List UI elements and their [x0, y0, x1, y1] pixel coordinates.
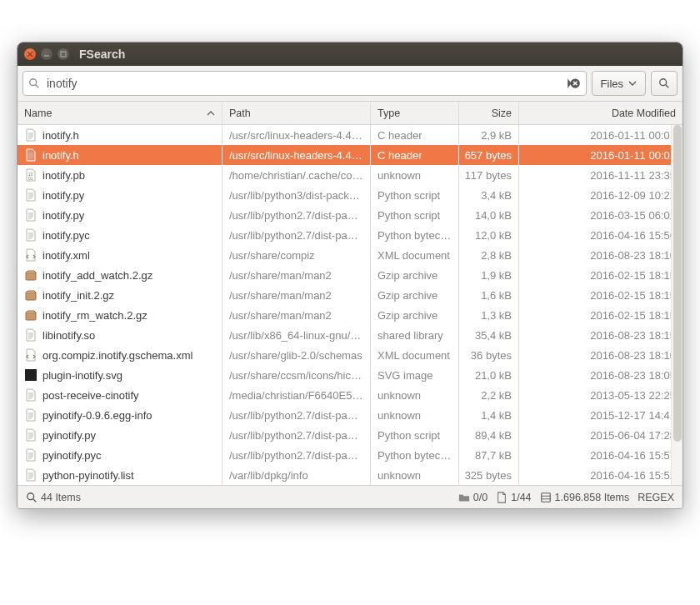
- table-row[interactable]: libinotify.so/usr/lib/x86_64-linux-gnu/c…: [18, 325, 682, 345]
- file-name: inotify.pb: [42, 169, 85, 182]
- table-row[interactable]: inotify_rm_watch.2.gz/usr/share/man/man2…: [18, 305, 682, 325]
- svg-rect-8: [541, 492, 550, 502]
- file-selection-count: 1/44: [496, 492, 531, 503]
- table-row[interactable]: pyinotify.py/usr/lib/python2.7/dist-pack…: [18, 425, 682, 445]
- column-header-path[interactable]: Path: [222, 102, 371, 124]
- search-box[interactable]: [22, 71, 587, 96]
- file-name: python-pyinotify.list: [42, 469, 134, 482]
- file-name: post-receive-cinotify: [42, 389, 139, 402]
- column-header-size[interactable]: Size: [459, 102, 519, 124]
- file-size: 3,4 kB: [481, 189, 512, 202]
- file-name: inotify_init.2.gz: [42, 289, 114, 302]
- file-type-icon: [24, 408, 38, 422]
- maximize-button[interactable]: [58, 48, 69, 60]
- file-name: plugin-inotify.svg: [42, 369, 122, 382]
- file-name: inotify.xml: [42, 249, 90, 262]
- column-header-type[interactable]: Type: [371, 102, 459, 124]
- file-type: Python script: [378, 429, 440, 442]
- file-size: 12,0 kB: [475, 229, 512, 242]
- file-date: 2016-02-15 18:15: [590, 289, 676, 302]
- search-mode-indicator[interactable]: REGEX: [638, 492, 674, 503]
- column-headers: Name Path Type Size Date Modified: [18, 102, 682, 125]
- file-name: inotify.py: [42, 189, 84, 202]
- file-date: 2015-12-17 14:41: [590, 409, 676, 422]
- file-type: Python bytec…: [378, 229, 451, 242]
- file-path: /usr/src/linux-headers-4.4.0…: [229, 129, 363, 142]
- file-size: 35,4 kB: [475, 329, 512, 342]
- file-type-icon: [24, 348, 38, 362]
- file-size: 2,9 kB: [481, 129, 512, 142]
- file-date: 2016-08-23 18:10: [590, 249, 676, 262]
- table-row[interactable]: 1001inotify.pb/home/christian/.cache/co……: [18, 165, 682, 185]
- window-title: FSearch: [79, 48, 125, 61]
- file-path: /usr/share/man/man2: [229, 289, 332, 302]
- table-row[interactable]: org.compiz.inotify.gschema.xml/usr/share…: [18, 345, 682, 365]
- table-row[interactable]: inotify.pyc/usr/lib/python2.7/dist-pack……: [18, 225, 682, 245]
- file-name: pyinotify.py: [42, 429, 96, 442]
- file-type: shared library: [378, 329, 443, 342]
- file-type: XML document: [378, 249, 450, 262]
- scroll-thumb[interactable]: [673, 125, 682, 442]
- file-date: 2016-11-11 23:35: [590, 169, 676, 182]
- file-path: /usr/lib/python2.7/dist-pack…: [229, 429, 363, 442]
- table-row[interactable]: inotify.h/usr/src/linux-headers-4.4.0…C …: [18, 145, 682, 165]
- column-header-name[interactable]: Name: [18, 102, 222, 124]
- table-row[interactable]: inotify.py/usr/lib/python3/dist-packa…Py…: [18, 185, 682, 205]
- table-row[interactable]: pyinotify.pyc/usr/lib/python2.7/dist-pac…: [18, 445, 682, 465]
- folder-selection-count: 0/0: [458, 492, 488, 503]
- search-icon: [658, 78, 670, 89]
- file-size: 117 bytes: [465, 169, 512, 182]
- search-button[interactable]: [651, 71, 678, 96]
- filter-dropdown[interactable]: Files: [592, 71, 646, 96]
- file-type-icon: [24, 148, 38, 162]
- file-size: 1,6 kB: [481, 289, 512, 302]
- database-icon: [540, 492, 552, 503]
- table-row[interactable]: python-pyinotify.list/var/lib/dpkg/infou…: [18, 465, 682, 485]
- file-size: 36 bytes: [471, 349, 512, 362]
- file-type-icon: [24, 288, 38, 302]
- close-button[interactable]: [24, 48, 36, 60]
- file-type: unknown: [378, 469, 421, 482]
- svg-point-1: [30, 79, 37, 86]
- file-path: /usr/share/glib-2.0/schemas: [229, 349, 362, 362]
- file-path: /usr/share/man/man2: [229, 269, 332, 282]
- file-type: Python script: [378, 209, 440, 222]
- file-date: 2016-08-23 18:05: [590, 369, 676, 382]
- clear-search-button[interactable]: [566, 76, 581, 91]
- file-type-icon: 1001: [24, 168, 38, 182]
- chevron-down-icon: [628, 81, 637, 86]
- file-size: 1,9 kB: [481, 269, 512, 282]
- file-path: /usr/lib/python3/dist-packa…: [229, 189, 363, 202]
- table-row[interactable]: inotify.xml/usr/share/compizXML document…: [18, 245, 682, 265]
- file-name: inotify.h: [42, 129, 79, 142]
- table-row[interactable]: inotify.h/usr/src/linux-headers-4.4.0…C …: [18, 125, 682, 145]
- file-date: 2016-04-16 15:52: [590, 469, 676, 482]
- file-name: inotify.py: [42, 209, 84, 222]
- table-row[interactable]: plugin-inotify.svg/usr/share/ccsm/icons/…: [18, 365, 682, 385]
- titlebar[interactable]: FSearch: [18, 42, 682, 66]
- column-header-date[interactable]: Date Modified: [519, 102, 682, 124]
- search-icon: [26, 492, 38, 503]
- file-type-icon: [24, 248, 38, 262]
- file-path: /usr/lib/x86_64-linux-gnu/c…: [229, 329, 363, 342]
- file-name: libinotify.so: [42, 329, 95, 342]
- file-date: 2016-04-16 15:56: [590, 229, 676, 242]
- table-row[interactable]: post-receive-cinotify/media/christian/F6…: [18, 385, 682, 405]
- file-size: 657 bytes: [465, 149, 512, 162]
- file-size: 2,8 kB: [481, 249, 512, 262]
- file-type: Python bytec…: [378, 449, 451, 462]
- file-name: inotify_add_watch.2.gz: [42, 269, 152, 282]
- minimize-button[interactable]: [41, 48, 52, 60]
- search-input[interactable]: [45, 76, 566, 91]
- file-size: 89,4 kB: [475, 429, 512, 442]
- table-row[interactable]: inotify_init.2.gz/usr/share/man/man2Gzip…: [18, 285, 682, 305]
- file-name: pyinotify.pyc: [42, 449, 102, 462]
- table-row[interactable]: inotify.py/usr/lib/python2.7/dist-pack…P…: [18, 205, 682, 225]
- file-type-icon: [24, 188, 38, 202]
- vertical-scrollbar[interactable]: [671, 125, 682, 485]
- table-row[interactable]: inotify_add_watch.2.gz/usr/share/man/man…: [18, 265, 682, 285]
- file-type: C header: [378, 129, 422, 142]
- file-size: 87,7 kB: [475, 449, 512, 462]
- table-row[interactable]: pyinotify-0.9.6.egg-info/usr/lib/python2…: [18, 405, 682, 425]
- file-path: /usr/share/ccsm/icons/hicol…: [229, 369, 363, 382]
